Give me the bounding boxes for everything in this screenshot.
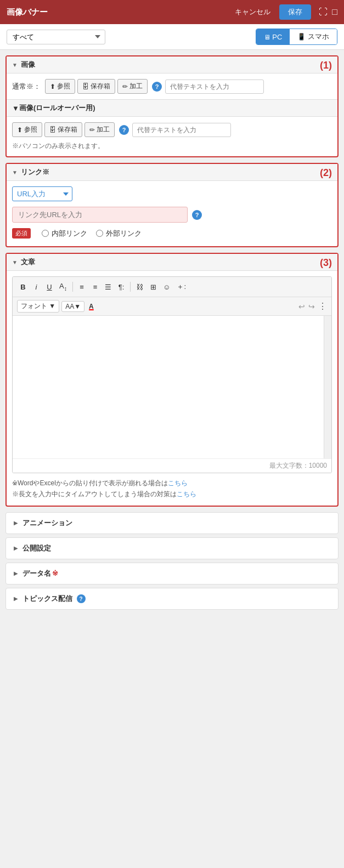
- link-button[interactable]: ⛓: [133, 281, 146, 293]
- normal-alt-input[interactable]: [165, 80, 264, 94]
- bold-button[interactable]: B: [17, 281, 29, 293]
- link-section: ▼ リンク※ (2) URL入力 ページ選択 商品選択 ? 必須 内部リンク 外…: [5, 163, 339, 247]
- url-input[interactable]: [12, 207, 188, 223]
- toolbar-sep-2: [130, 282, 131, 292]
- normal-image-help-icon[interactable]: ?: [152, 82, 162, 92]
- link-section-header: ▼ リンク※: [7, 164, 337, 181]
- paragraph-button[interactable]: ¶:: [115, 281, 127, 293]
- rollover-edit-icon: ✏: [89, 126, 95, 134]
- rollover-alt-input[interactable]: [132, 123, 231, 137]
- more-format-button[interactable]: ＋:: [174, 280, 189, 293]
- section-number-2: (2): [320, 167, 332, 179]
- underline-button[interactable]: U: [43, 281, 55, 293]
- paste-note: ※WordやExcelからの貼り付けで表示が崩れる場合はこちら: [12, 478, 332, 489]
- font-family-select[interactable]: フォント ▼: [17, 300, 59, 313]
- url-help-icon[interactable]: ?: [192, 210, 202, 220]
- rollover-section-title: 画像(ロールオーバー用): [19, 103, 95, 113]
- app-header: 画像バナー キャンセル 保存 ⛶ □: [0, 0, 344, 24]
- window-icon[interactable]: □: [332, 7, 337, 17]
- link-section-title: リンク※: [21, 167, 49, 177]
- rollover-image-buttons: ⬆ 参照 🗄 保存箱 ✏ 加工: [12, 122, 115, 137]
- font-size-button[interactable]: A↕: [57, 280, 70, 293]
- rollover-image-help-icon[interactable]: ?: [119, 125, 129, 135]
- sections-container: ▼ 画像 (1) 通常※： ⬆ 参照 🗄 保存箱 ✏ 加工 ?: [0, 50, 344, 619]
- text-section-title: 文章: [21, 257, 35, 267]
- font-color-icon: A: [89, 303, 94, 310]
- editor-footer: 最大文字数：10000: [13, 458, 331, 473]
- paste-help-link[interactable]: こちら: [168, 479, 188, 487]
- font-color-select[interactable]: A: [87, 302, 96, 311]
- editor-notes: ※WordやExcelからの貼り付けで表示が崩れる場合はこちら ※長文を入力中に…: [12, 478, 332, 500]
- external-link-radio-label[interactable]: 外部リンク: [96, 229, 142, 239]
- pc-only-note: ※パソコンのみ表示されます。: [12, 141, 332, 151]
- normal-image-buttons: ⬆ 参照 🗄 保存箱 ✏ 加工: [45, 79, 148, 94]
- sp-tab[interactable]: 📱 スマホ: [290, 29, 337, 44]
- publish-section[interactable]: ▶ 公開設定: [5, 537, 339, 559]
- emoji-button[interactable]: ☺: [160, 281, 173, 293]
- normal-image-row: 通常※： ⬆ 参照 🗄 保存箱 ✏ 加工 ?: [12, 79, 332, 94]
- rollover-edit-button[interactable]: ✏ 加工: [84, 122, 115, 137]
- redo-button[interactable]: ↪: [308, 302, 315, 311]
- category-select-wrap: すべて カテゴリ1 カテゴリ2: [7, 30, 256, 44]
- storage-icon: 🗄: [82, 83, 89, 90]
- dataname-required: ※: [52, 569, 58, 577]
- more-options-button[interactable]: ⋮: [318, 301, 327, 311]
- max-chars-label: 最大文字数：10000: [269, 462, 327, 469]
- image-section: ▼ 画像 (1) 通常※： ⬆ 参照 🗄 保存箱 ✏ 加工 ?: [5, 55, 339, 157]
- rollover-image-row: ⬆ 参照 🗄 保存箱 ✏ 加工 ?: [12, 122, 332, 137]
- align-center-button[interactable]: ≡: [89, 281, 101, 293]
- fullscreen-icon[interactable]: ⛶: [319, 7, 328, 17]
- image-section-header: ▼ 画像: [7, 56, 337, 73]
- rollover-upload-icon: ⬆: [17, 126, 22, 134]
- italic-button[interactable]: i: [30, 281, 42, 293]
- category-select[interactable]: すべて カテゴリ1 カテゴリ2: [7, 30, 105, 44]
- dataname-label: データ名※: [22, 569, 58, 578]
- editor-toolbar-1: B i U A↕ ≡ ≡ ☰ ¶: ⛓ ⊞ ☺ ＋:: [13, 277, 331, 297]
- pc-tab[interactable]: 🖥 PC: [256, 29, 290, 44]
- browse-button[interactable]: ⬆ 参照: [45, 79, 75, 94]
- top-bar: すべて カテゴリ1 カテゴリ2 🖥 PC 📱 スマホ: [0, 24, 344, 50]
- publish-label: 公開設定: [22, 543, 51, 553]
- align-left-button[interactable]: ≡: [76, 281, 88, 293]
- upload-icon: ⬆: [50, 83, 55, 90]
- dataname-chevron-icon: ▶: [14, 570, 18, 576]
- required-badge: 必須: [12, 228, 31, 239]
- topics-section[interactable]: ▶ トピックス配信 ?: [5, 588, 339, 610]
- editor-area-wrap: [13, 316, 331, 458]
- font-size-select[interactable]: AA▼: [61, 301, 84, 312]
- list-button[interactable]: ☰: [102, 281, 114, 293]
- link-type-select[interactable]: URL入力 ページ選択 商品選択: [12, 186, 72, 201]
- rollover-chevron-icon: ▼: [12, 104, 19, 112]
- rollover-section-header: ▼ 画像(ロールオーバー用): [7, 99, 337, 117]
- timeout-note: ※長文を入力中にタイムアウトしてしまう場合の対策はこちら: [12, 489, 332, 500]
- timeout-help-link[interactable]: こちら: [177, 490, 196, 498]
- text-editor: B i U A↕ ≡ ≡ ☰ ¶: ⛓ ⊞ ☺ ＋: フォント ▼ AA▼: [12, 276, 332, 473]
- cancel-button[interactable]: キャンセル: [230, 5, 275, 19]
- normal-image-label: 通常※：: [12, 82, 41, 92]
- rollover-browse-button[interactable]: ⬆ 参照: [12, 122, 42, 137]
- external-link-radio[interactable]: [96, 230, 103, 237]
- undo-button[interactable]: ↩: [298, 302, 305, 311]
- internal-link-radio[interactable]: [42, 230, 49, 237]
- link-type-radio-row: 必須 内部リンク 外部リンク: [12, 228, 332, 239]
- text-section-header: ▼ 文章: [7, 254, 337, 271]
- animation-label: アニメーション: [22, 518, 72, 528]
- rollover-storage-button[interactable]: 🗄 保存箱: [44, 122, 82, 137]
- storage-button[interactable]: 🗄 保存箱: [77, 79, 115, 94]
- topics-help-icon[interactable]: ?: [77, 594, 86, 603]
- sp-tab-icon: 📱: [297, 33, 306, 41]
- table-button[interactable]: ⊞: [147, 281, 159, 293]
- undo-redo-group: ↩ ↪ ⋮: [298, 301, 327, 311]
- dataname-section[interactable]: ▶ データ名※: [5, 563, 339, 585]
- edit-button[interactable]: ✏ 加工: [117, 79, 148, 94]
- animation-chevron-icon: ▶: [14, 520, 18, 526]
- link-chevron-icon: ▼: [12, 169, 18, 175]
- text-chevron-icon: ▼: [12, 259, 18, 265]
- topics-chevron-icon: ▶: [14, 595, 18, 602]
- editor-content-area[interactable]: [13, 316, 331, 458]
- editor-scrollbar[interactable]: [324, 316, 331, 458]
- save-button[interactable]: 保存: [279, 4, 311, 20]
- animation-section[interactable]: ▶ アニメーション: [5, 512, 339, 534]
- internal-link-radio-label[interactable]: 内部リンク: [42, 229, 87, 239]
- image-section-title: 画像: [21, 60, 35, 70]
